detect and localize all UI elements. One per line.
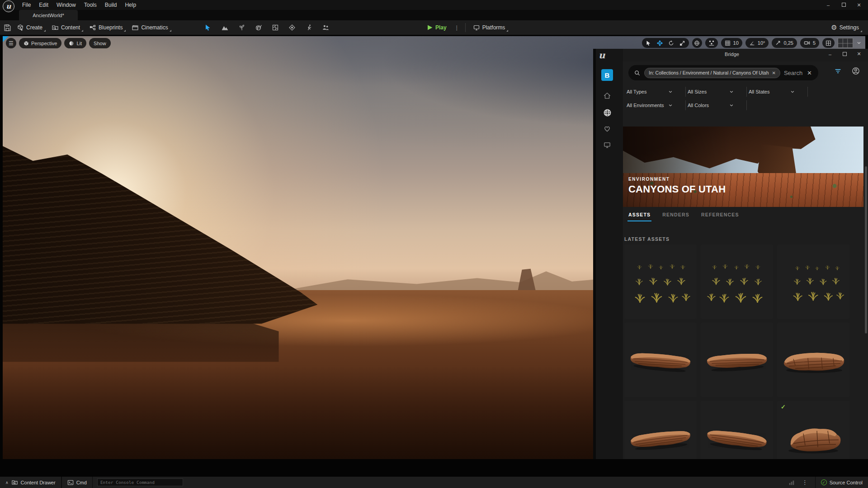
menu-file[interactable]: File	[18, 0, 35, 9]
grid-snap-icon	[725, 40, 731, 46]
blueprints-button[interactable]: Blueprints	[86, 22, 126, 33]
view-mode-selector[interactable]: Lit	[64, 38, 86, 48]
move-tool-icon[interactable]	[657, 40, 663, 46]
close-icon[interactable]: ✕	[856, 2, 862, 8]
cinematics-button[interactable]: Cinematics	[129, 22, 171, 33]
platforms-icon	[473, 24, 480, 31]
viewport-layout-preview[interactable]	[838, 38, 853, 48]
cmd-selector[interactable]: Cmd	[61, 477, 93, 488]
menu-edit[interactable]: Edit	[35, 0, 52, 9]
select-mode-icon[interactable]	[204, 24, 212, 31]
bridge-tabs: ASSETS RENDERS REFERENCES	[628, 212, 739, 221]
minimize-icon[interactable]: –	[826, 2, 831, 8]
filter-icon[interactable]	[834, 67, 842, 75]
editor-modes	[204, 20, 330, 35]
create-button[interactable]: Create	[14, 22, 46, 33]
animation-mode-icon[interactable]	[305, 24, 312, 31]
main-toolbar: Create Content Blueprints	[0, 20, 868, 35]
show-flags-selector[interactable]: Show	[89, 38, 111, 48]
search-clear-icon[interactable]: ✕	[807, 70, 813, 76]
collection-hero-banner[interactable]: ENVIRONMENT CANYONS OF UTAH	[623, 127, 863, 207]
menu-window[interactable]: Window	[52, 0, 80, 9]
bridge-app-icon[interactable]: B	[601, 69, 613, 81]
bridge-titlebar[interactable]: Bridge – ✕	[596, 49, 868, 61]
perspective-selector[interactable]: Perspective	[19, 38, 61, 48]
save-icon[interactable]	[4, 24, 11, 32]
dropdown-all-types[interactable]: All Types	[625, 87, 686, 97]
asset-tile-rock-slab[interactable]	[624, 401, 697, 459]
content-drawer-button[interactable]: ∧ Content Drawer	[0, 477, 61, 488]
tab-assets[interactable]: ASSETS	[628, 212, 651, 221]
search-filter-chip[interactable]: In: Collections / Environment / Natural …	[644, 68, 780, 78]
bridge-minimize-icon[interactable]: –	[827, 52, 833, 57]
dropdown-all-sizes[interactable]: All Sizes	[686, 87, 747, 97]
create-icon	[17, 24, 24, 31]
menu-build[interactable]: Build	[101, 0, 121, 9]
tab-renders[interactable]: RENDERS	[662, 212, 689, 221]
derived-data-icon[interactable]	[788, 479, 795, 486]
tab-level-ancientworld[interactable]: AncientWorld*	[19, 10, 78, 20]
bridge-ue-logo-icon: u	[599, 50, 605, 61]
bridge-maximize-icon[interactable]	[842, 52, 847, 57]
blueprints-icon	[89, 24, 96, 31]
rotate-tool-icon[interactable]	[668, 40, 674, 46]
maximize-icon[interactable]	[841, 2, 846, 8]
console-command-input[interactable]	[97, 479, 183, 486]
foliage-mode-icon[interactable]	[238, 24, 245, 31]
local-downloads-icon[interactable]	[602, 140, 613, 150]
scale-snap-control[interactable]: 0,25	[772, 38, 797, 48]
camera-speed-control[interactable]: 5	[800, 38, 819, 48]
globe-icon[interactable]	[602, 107, 613, 118]
menu-help[interactable]: Help	[121, 0, 140, 9]
content-drawer-icon	[11, 479, 18, 486]
filter-dropdowns: All Types All Sizes All States All Envir…	[625, 85, 864, 112]
play-options-icon[interactable]: ⋮	[453, 24, 461, 31]
maximize-viewport-button[interactable]	[822, 38, 835, 48]
play-button[interactable]: Play	[424, 23, 450, 33]
bridge-scrollbar[interactable]	[865, 166, 867, 333]
favorites-heart-icon[interactable]	[602, 123, 613, 134]
tab-references[interactable]: REFERENCES	[701, 212, 739, 221]
rotation-snap-control[interactable]: 10°	[745, 38, 769, 48]
asset-tile-rock-slab[interactable]	[701, 401, 773, 459]
fracture-mode-icon[interactable]	[272, 24, 279, 31]
bridge-left-rail: u B	[596, 49, 623, 459]
bridge-search-bar[interactable]: In: Collections / Environment / Natural …	[628, 65, 818, 80]
mesh-paint-mode-icon[interactable]	[288, 24, 296, 31]
scale-tool-icon[interactable]	[679, 40, 685, 46]
chip-remove-icon[interactable]: ✕	[772, 70, 776, 75]
account-icon[interactable]	[852, 67, 860, 75]
asset-tile-grass-atlas[interactable]	[624, 244, 697, 319]
menu-tools[interactable]: Tools	[80, 0, 101, 9]
asset-tile-grass-atlas[interactable]	[701, 244, 773, 319]
paint-mode-icon[interactable]	[255, 24, 262, 31]
camera-icon	[804, 40, 810, 46]
grid-snap-control[interactable]: 10	[721, 38, 742, 48]
asset-tile-rock-platform[interactable]	[777, 323, 849, 397]
world-space-toggle[interactable]	[692, 38, 702, 48]
layout-chevron-icon[interactable]	[856, 40, 862, 46]
bridge-close-icon[interactable]: ✕	[856, 51, 862, 57]
settings-button[interactable]: ⚙ Settings	[828, 22, 863, 33]
asset-tile-rock-slab[interactable]	[624, 323, 697, 397]
dropdown-all-states[interactable]: All States	[747, 87, 808, 97]
asset-tile-grass-atlas[interactable]	[777, 244, 849, 319]
platforms-button[interactable]: Platforms	[470, 22, 509, 33]
status-more-icon[interactable]: ⋮	[801, 479, 809, 486]
dropdown-all-colors[interactable]: All Colors	[686, 100, 747, 110]
hero-title: CANYONS OF UTAH	[628, 183, 726, 195]
actors-mode-icon[interactable]	[322, 24, 330, 32]
source-control-button[interactable]: ✓ Source Control	[815, 477, 868, 488]
asset-tile-rock-slab[interactable]	[701, 323, 773, 397]
surface-snapping-button[interactable]	[705, 38, 718, 48]
select-tool-icon[interactable]	[646, 40, 651, 46]
unreal-logo-icon: u	[3, 0, 14, 12]
asset-tile-rock-chunk[interactable]: ✓	[777, 401, 849, 459]
search-input[interactable]	[784, 70, 803, 76]
content-button[interactable]: Content	[49, 22, 84, 33]
home-icon[interactable]	[602, 90, 613, 101]
window-controls: – ✕	[826, 0, 865, 10]
dropdown-all-environments[interactable]: All Environments	[625, 100, 686, 110]
landscape-mode-icon[interactable]	[221, 24, 229, 32]
hero-category-label: ENVIRONMENT	[628, 177, 726, 182]
